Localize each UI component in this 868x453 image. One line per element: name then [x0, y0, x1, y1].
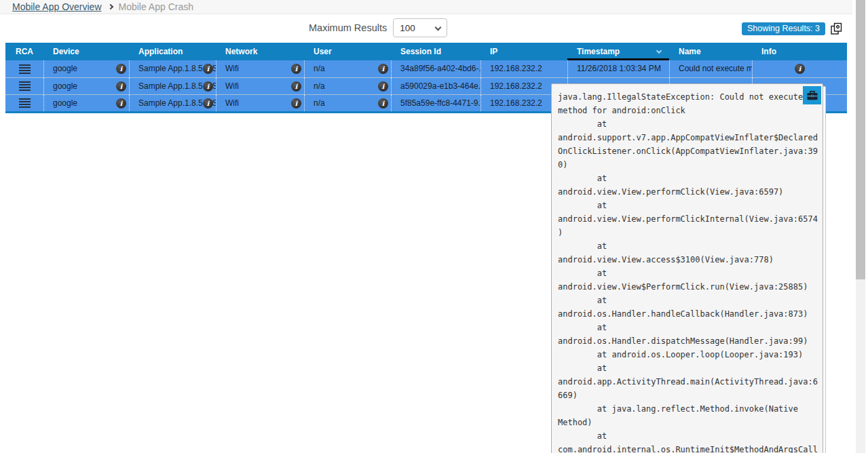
rca-list-icon[interactable]: [19, 98, 31, 108]
column-header-application[interactable]: Application: [129, 43, 216, 60]
network-cell: Wifii: [216, 60, 304, 77]
column-header-name[interactable]: Name: [669, 43, 752, 60]
session-id-cell: 34a89f56-a402-4bd6-...: [391, 60, 480, 77]
chevron-right-icon: [107, 4, 113, 9]
info-icon[interactable]: i: [203, 98, 213, 109]
info-icon[interactable]: i: [203, 81, 213, 92]
max-results-control: Maximum Results 100: [309, 18, 447, 37]
info-icon[interactable]: i: [116, 81, 126, 92]
max-results-selected-value: 100: [400, 23, 415, 33]
device-cell: googlei: [43, 95, 129, 111]
max-results-select[interactable]: 100: [393, 18, 447, 37]
showing-results-badge: Showing Results: 3: [742, 22, 825, 35]
column-header-session-id[interactable]: Session Id: [391, 43, 480, 60]
application-cell: Sample App.1.8.5.1-Si: [129, 60, 216, 77]
column-header-network[interactable]: Network: [216, 43, 304, 60]
table-row[interactable]: googlei Sample App.1.8.5.1-Si Wifii n/ai…: [5, 60, 847, 77]
device-cell: googlei: [43, 78, 129, 94]
ip-cell: 192.168.232.2: [480, 60, 567, 77]
chevron-down-icon: [435, 24, 442, 31]
sort-descending-icon: [656, 48, 662, 54]
device-cell: googlei: [43, 60, 129, 77]
info-icon[interactable]: i: [795, 64, 805, 74]
network-cell: Wifii: [216, 78, 304, 94]
user-cell: n/ai: [304, 60, 391, 77]
column-header-ip[interactable]: IP: [480, 43, 567, 60]
vertical-scrollbar-track[interactable]: [856, 0, 865, 453]
breadcrumb: Mobile App Overview Mobile App Crash: [0, 0, 852, 14]
network-cell: Wifii: [216, 95, 304, 111]
info-icon[interactable]: i: [378, 98, 388, 109]
column-header-rca[interactable]: RCA: [5, 43, 43, 60]
column-header-timestamp-label: Timestamp: [577, 47, 620, 56]
info-icon[interactable]: i: [116, 64, 126, 74]
briefcase-icon: [807, 91, 818, 100]
info-icon[interactable]: i: [116, 98, 126, 109]
session-id-cell: a590029a-e1b3-464e...: [391, 78, 480, 94]
column-header-info[interactable]: Info: [752, 43, 847, 60]
column-header-timestamp[interactable]: Timestamp: [567, 43, 669, 60]
session-id-cell: 5f85a59e-ffc8-4471-9...: [391, 95, 480, 111]
breadcrumb-link-overview[interactable]: Mobile App Overview: [12, 1, 102, 12]
info-icon[interactable]: i: [378, 81, 388, 92]
rca-list-icon[interactable]: [19, 64, 31, 74]
copy-pages-icon[interactable]: [830, 22, 843, 35]
application-cell: Sample App.1.8.5.1-Si: [129, 95, 216, 111]
vertical-scrollbar-thumb[interactable]: [856, 0, 865, 279]
info-icon[interactable]: i: [378, 64, 388, 74]
column-header-device[interactable]: Device: [43, 43, 129, 60]
stack-trace-text: java.lang.IllegalStateException: Could n…: [552, 84, 821, 453]
user-cell: n/ai: [304, 78, 391, 94]
stack-trace-popup: java.lang.IllegalStateException: Could n…: [551, 83, 823, 453]
info-cell: i: [752, 60, 847, 77]
table-header-row: RCA Device Application Network User Sess…: [5, 43, 847, 60]
name-cell: Could not execute me...: [669, 60, 752, 77]
breadcrumb-current-page: Mobile App Crash: [119, 1, 194, 12]
user-cell: n/ai: [304, 95, 391, 111]
copy-stack-trace-button[interactable]: [803, 86, 821, 104]
info-icon[interactable]: i: [291, 81, 301, 92]
results-summary: Showing Results: 3: [742, 22, 843, 35]
application-cell: Sample App.1.8.5.1-Si: [129, 78, 216, 94]
rca-list-icon[interactable]: [19, 81, 31, 91]
column-header-user[interactable]: User: [304, 43, 391, 60]
info-icon[interactable]: i: [203, 64, 213, 74]
timestamp-cell: 11/26/2018 1:03:34 PM: [567, 60, 669, 77]
max-results-label: Maximum Results: [309, 22, 387, 33]
info-icon[interactable]: i: [291, 98, 301, 109]
info-icon[interactable]: i: [291, 64, 301, 74]
